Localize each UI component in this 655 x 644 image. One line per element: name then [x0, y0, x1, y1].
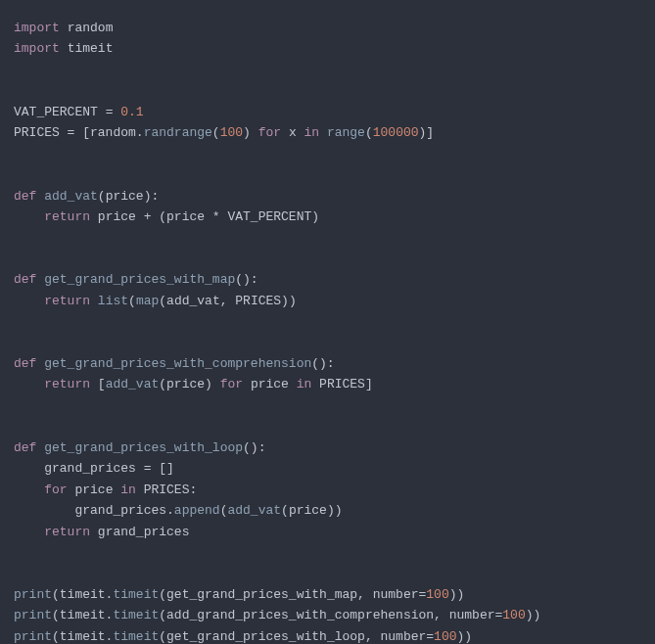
indent — [14, 503, 74, 518]
code-line: PRICES = [random.randrange(100) for x in… — [14, 122, 641, 143]
var: VAT_PERCENT — [14, 105, 98, 119]
code-line: print(timeit.timeit(add_grand_prices_wit… — [14, 605, 641, 625]
blank-line — [14, 60, 641, 80]
code-line: VAT_PERCENT = 0.1 — [14, 102, 641, 122]
fn-name: timeit — [113, 629, 159, 644]
space — [90, 294, 98, 308]
punct: ( — [365, 125, 373, 140]
var: price — [243, 377, 297, 391]
kw-for: for — [258, 125, 281, 140]
blank-line — [14, 416, 641, 437]
var: PRICES — [14, 125, 60, 140]
builtin-print: print — [14, 608, 52, 622]
punct: ( — [212, 125, 220, 140]
indent — [14, 461, 44, 476]
kw-return: return — [44, 377, 90, 391]
code-line: return grand_prices — [14, 522, 641, 542]
code-line: for price in PRICES: — [14, 480, 641, 500]
blank-line — [14, 563, 641, 583]
indent — [14, 294, 44, 308]
code-line: import timeit — [14, 38, 641, 59]
kw-for: for — [44, 483, 67, 497]
number: 100 — [426, 587, 448, 602]
blank-line — [14, 333, 641, 353]
kw-import: import — [14, 21, 60, 35]
args: (get_grand_prices_with_loop, number= — [159, 629, 434, 644]
expr: grand_prices = [] — [44, 461, 174, 476]
var: price — [68, 483, 121, 497]
punct: (price)) — [281, 503, 342, 518]
indent — [14, 525, 44, 539]
code-block: import randomimport timeitVAT_PERCENT = … — [14, 18, 641, 644]
kw-in: in — [120, 483, 136, 497]
builtin: map — [136, 294, 159, 308]
code-line: return price + (price * VAT_PERCENT) — [14, 207, 641, 227]
signature: (): — [243, 440, 265, 455]
code-line: return list(map(add_vat, PRICES)) — [14, 291, 641, 311]
blank-line — [14, 80, 641, 101]
kw-def: def — [14, 440, 36, 455]
fn-name: timeit — [113, 587, 159, 602]
fn-name: randrange — [144, 125, 212, 140]
punct: (timeit. — [52, 608, 113, 622]
code-line: print(timeit.timeit(get_grand_prices_wit… — [14, 626, 641, 644]
indent — [14, 377, 44, 391]
code-line: grand_prices = [] — [14, 458, 641, 479]
expr: grand_prices. — [74, 503, 173, 518]
expr: price + (price * VAT_PERCENT) — [90, 209, 319, 224]
fn-name: add_vat — [44, 189, 98, 204]
kw-in: in — [297, 377, 312, 391]
blank-line — [14, 144, 641, 164]
punct: )) — [526, 608, 541, 622]
number: 0.1 — [120, 105, 143, 119]
kw-import: import — [14, 41, 60, 56]
var: x — [281, 125, 304, 140]
fn-name: add_vat — [106, 377, 160, 391]
kw-in: in — [304, 125, 320, 140]
expr: grand_prices — [90, 525, 189, 539]
kw-return: return — [44, 209, 90, 224]
blank-line — [14, 542, 641, 563]
kw-return: return — [44, 294, 90, 308]
punct: [ — [90, 377, 106, 391]
punct: = [random. — [60, 125, 144, 140]
punct: ) — [243, 125, 258, 140]
code-line: def get_grand_prices_with_map(): — [14, 269, 641, 290]
code-line: grand_prices.append(add_vat(price)) — [14, 500, 641, 521]
fn-name: timeit — [113, 608, 159, 622]
args: (add_grand_prices_with_comprehension, nu… — [159, 608, 502, 622]
number: 100 — [220, 125, 243, 140]
punct: )) — [449, 587, 465, 602]
signature: (): — [235, 272, 257, 287]
blank-line — [14, 164, 641, 185]
code-line: def get_grand_prices_with_comprehension(… — [14, 353, 641, 374]
kw-return: return — [44, 525, 90, 539]
punct: (price) — [159, 377, 219, 391]
code-line: import random — [14, 18, 641, 38]
code-line: return [add_vat(price) for price in PRIC… — [14, 374, 641, 394]
args: (add_vat, PRICES)) — [159, 294, 296, 308]
punct: ( — [128, 294, 136, 308]
builtin-print: print — [14, 629, 52, 644]
kw-for: for — [220, 377, 243, 391]
number: 100 — [434, 629, 456, 644]
punct: )] — [419, 125, 435, 140]
code-line: def add_vat(price): — [14, 186, 641, 207]
var: PRICES] — [311, 377, 372, 391]
kw-def: def — [14, 356, 36, 371]
punct: = — [98, 105, 120, 119]
kw-def: def — [14, 272, 36, 287]
kw-def: def — [14, 189, 36, 204]
fn-name: get_grand_prices_with_map — [44, 272, 235, 287]
indent — [14, 209, 44, 224]
builtin: list — [98, 294, 128, 308]
fn-name: get_grand_prices_with_loop — [44, 440, 243, 455]
punct: (timeit. — [52, 587, 113, 602]
indent — [14, 483, 44, 497]
fn-name: append — [174, 503, 220, 518]
punct: )) — [457, 629, 473, 644]
blank-line — [14, 395, 641, 416]
code-line: print(timeit.timeit(get_grand_prices_wit… — [14, 584, 641, 605]
args: (get_grand_prices_with_map, number= — [159, 587, 426, 602]
module-name: timeit — [68, 41, 114, 56]
